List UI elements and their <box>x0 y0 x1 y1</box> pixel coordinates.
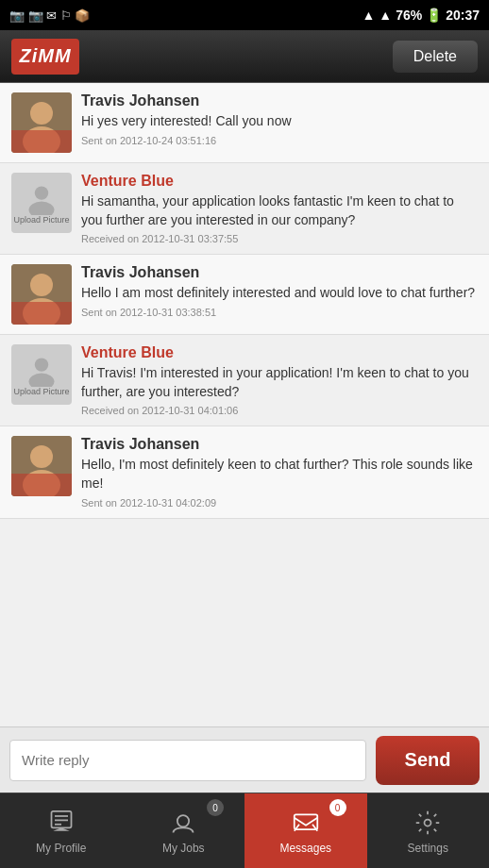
bottom-nav: My ProfileMy Jobs0Messages0Settings <box>0 793 489 868</box>
message-timestamp: Sent on 2012-10-31 03:38:51 <box>81 307 478 318</box>
avatar: Upload Picture <box>11 344 72 405</box>
message-text: Hi yes very interested! Call you now <box>81 112 478 131</box>
upload-picture-placeholder: Upload Picture <box>13 181 69 225</box>
delete-button[interactable]: Delete <box>393 41 478 73</box>
sender-name: Venture Blue <box>81 344 478 361</box>
messages-icon <box>291 808 321 838</box>
svg-point-10 <box>35 359 48 372</box>
status-bar: 📷 📷 ✉ ⚐ 📦 ▲ ▲ 76% 🔋 20:37 <box>0 0 489 30</box>
svg-point-11 <box>28 374 54 387</box>
app-bar: ZiMM Delete <box>0 30 489 83</box>
nav-label-settings: Settings <box>408 842 448 855</box>
nav-item-messages[interactable]: Messages0 <box>244 793 367 868</box>
battery-icon: 🔋 <box>426 8 442 23</box>
svg-rect-3 <box>11 130 72 153</box>
send-button[interactable]: Send <box>376 736 480 785</box>
signal-icon: ▲ <box>379 8 392 23</box>
battery-percent: 76% <box>396 8 422 23</box>
notification-icons: 📷 📷 ✉ ⚐ 📦 <box>9 8 90 23</box>
nav-label-messages: Messages <box>279 842 331 855</box>
message-content: Venture BlueHi Travis! I'm interested in… <box>81 344 478 416</box>
status-right: ▲ ▲ 76% 🔋 20:37 <box>362 8 480 23</box>
svg-point-22 <box>425 819 431 826</box>
svg-point-13 <box>30 445 53 468</box>
message-timestamp: Received on 2012-10-31 03:37:55 <box>81 233 478 244</box>
message-text: Hello I am most definitely interested an… <box>81 284 478 303</box>
svg-point-4 <box>35 186 48 199</box>
nav-label-my-profile: My Profile <box>36 842 86 855</box>
wifi-icon: ▲ <box>362 8 375 23</box>
profile-icon <box>46 808 76 838</box>
svg-rect-15 <box>11 474 72 496</box>
message-content: Travis JohansenHello I am most definitel… <box>81 264 478 318</box>
avatar <box>11 92 72 153</box>
message-item[interactable]: Upload Picture Venture BlueHi samantha, … <box>0 163 489 255</box>
message-item[interactable]: Travis JohansenHello I am most definitel… <box>0 255 489 335</box>
avatar <box>11 264 72 325</box>
settings-icon <box>413 808 443 838</box>
nav-item-my-profile[interactable]: My Profile <box>0 793 123 868</box>
nav-badge-messages: 0 <box>329 799 346 816</box>
avatar: Upload Picture <box>11 173 72 233</box>
sender-name: Travis Johansen <box>81 436 478 453</box>
message-text: Hi Travis! I'm interested in your applic… <box>81 364 478 401</box>
message-timestamp: Received on 2012-10-31 04:01:06 <box>81 405 478 416</box>
svg-rect-9 <box>11 302 72 325</box>
svg-point-5 <box>28 202 54 215</box>
message-text: Hello, I'm most definitely keen to chat … <box>81 456 478 492</box>
upload-picture-placeholder: Upload Picture <box>13 353 69 396</box>
message-item[interactable]: Travis JohansenHello, I'm most definitel… <box>0 426 489 518</box>
app-logo: ZiMM <box>11 39 79 75</box>
message-content: Travis JohansenHello, I'm most definitel… <box>81 436 478 508</box>
sender-name: Venture Blue <box>81 173 478 190</box>
nav-item-my-jobs[interactable]: My Jobs0 <box>123 793 245 868</box>
message-item[interactable]: Upload Picture Venture BlueHi Travis! I'… <box>0 335 489 426</box>
message-content: Travis JohansenHi yes very interested! C… <box>81 92 478 146</box>
message-text: Hi samantha, your application looks fant… <box>81 192 478 229</box>
reply-area: Send <box>0 726 489 793</box>
svg-point-20 <box>177 815 189 826</box>
message-timestamp: Sent on 2012-10-24 03:51:16 <box>81 135 478 146</box>
message-content: Venture BlueHi samantha, your applicatio… <box>81 173 478 244</box>
message-list: Travis JohansenHi yes very interested! C… <box>0 83 489 726</box>
svg-point-1 <box>30 102 53 125</box>
message-timestamp: Sent on 2012-10-31 04:02:09 <box>81 497 478 509</box>
avatar <box>11 436 72 496</box>
nav-badge-my-jobs: 0 <box>207 799 224 816</box>
sender-name: Travis Johansen <box>81 264 478 281</box>
nav-label-my-jobs: My Jobs <box>162 842 205 855</box>
nav-item-settings[interactable]: Settings <box>367 793 490 868</box>
status-icons: 📷 📷 ✉ ⚐ 📦 <box>9 8 90 23</box>
clock: 20:37 <box>446 8 480 23</box>
svg-point-7 <box>30 274 53 296</box>
message-item[interactable]: Travis JohansenHi yes very interested! C… <box>0 83 489 163</box>
jobs-icon <box>168 808 198 838</box>
sender-name: Travis Johansen <box>81 92 478 109</box>
reply-input[interactable] <box>9 740 366 781</box>
